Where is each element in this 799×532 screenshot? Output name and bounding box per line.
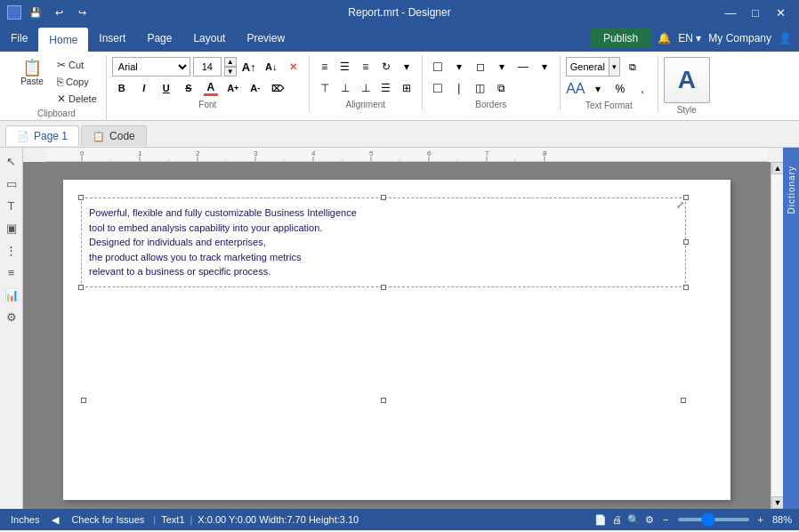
tab-code[interactable]: 📋 Code xyxy=(81,125,147,146)
handle-lower-bl[interactable] xyxy=(81,398,86,403)
language-selector[interactable]: EN ▾ xyxy=(678,32,701,44)
indent-button[interactable]: ☰ xyxy=(376,78,396,98)
canvas-container[interactable]: Powerful, flexible and fully customizabl… xyxy=(23,162,771,509)
italic-button[interactable]: I xyxy=(134,78,154,98)
menu-file[interactable]: File xyxy=(0,25,38,52)
right-panel[interactable]: Dictionary xyxy=(783,148,799,509)
tab-page1[interactable]: 📄 Page 1 xyxy=(5,125,79,146)
tool-image[interactable]: ▣ xyxy=(2,218,21,238)
font-size-input[interactable] xyxy=(193,57,222,77)
line-dropdown-button[interactable]: ▾ xyxy=(535,57,554,77)
handle-lower-bc[interactable] xyxy=(381,398,386,403)
handle-bl[interactable] xyxy=(78,285,84,290)
shadow-button[interactable]: ◫ xyxy=(471,78,490,98)
check-issues-button[interactable]: Check for Issues xyxy=(68,514,148,525)
cut-button[interactable]: ✂ Cut xyxy=(53,57,101,73)
strikethrough-button[interactable]: S xyxy=(179,78,198,98)
resize-icon[interactable]: ⤢ xyxy=(676,199,684,211)
border2-button[interactable]: □ xyxy=(428,78,448,98)
zoom-plus-button[interactable]: + xyxy=(755,514,767,525)
border-expand-button[interactable]: ⧉ xyxy=(492,78,512,98)
menu-page[interactable]: Page xyxy=(136,25,182,52)
tool-list[interactable]: ≡ xyxy=(2,262,21,282)
more-align-button[interactable]: ▾ xyxy=(397,57,416,77)
scroll-up-button[interactable]: ▲ xyxy=(771,162,783,174)
border-left-button[interactable]: | xyxy=(449,78,469,98)
zoom-minus-button[interactable]: − xyxy=(659,514,672,525)
scroll-track[interactable] xyxy=(771,174,783,496)
border-dropdown-button[interactable]: ▾ xyxy=(449,57,469,77)
fill-button[interactable]: ◻ xyxy=(471,57,490,77)
align-bottom-button[interactable]: ⊥ xyxy=(356,78,375,98)
format-general-button[interactable]: General xyxy=(566,57,609,77)
style-aa-button[interactable]: AA xyxy=(566,79,585,99)
menu-preview[interactable]: Preview xyxy=(236,25,295,52)
notification-icon[interactable]: 🔔 xyxy=(658,32,671,44)
border-button[interactable]: □ xyxy=(428,57,448,77)
tool-grid[interactable]: ⋮ xyxy=(2,240,21,260)
tool-settings[interactable]: ⚙ xyxy=(2,307,21,326)
textformat-comma-button[interactable]: , xyxy=(633,79,652,99)
tool-pointer[interactable]: ↖ xyxy=(2,151,21,171)
handle-lower-br[interactable] xyxy=(681,398,686,403)
save-button[interactable]: 💾 xyxy=(27,4,44,20)
close-button[interactable]: ✕ xyxy=(769,3,792,22)
handle-rc[interactable] xyxy=(683,239,689,245)
delete-button[interactable]: ✕ Delete xyxy=(53,91,101,107)
font-size-down-button[interactable]: ▼ xyxy=(224,67,237,77)
style-button[interactable]: A xyxy=(664,57,710,103)
text-box[interactable]: Powerful, flexible and fully customizabl… xyxy=(81,197,686,287)
align-right-button[interactable]: ≡ xyxy=(356,57,375,77)
underline-button[interactable]: U xyxy=(157,78,176,98)
font-color-button[interactable]: A xyxy=(201,78,221,98)
text-box-container[interactable]: Powerful, flexible and fully customizabl… xyxy=(81,197,686,287)
handle-tc[interactable] xyxy=(381,195,386,200)
tool-chart[interactable]: 📊 xyxy=(2,285,21,304)
clear-format2-button[interactable]: ⌦ xyxy=(268,78,287,98)
textformat-expand-button[interactable]: ⧉ xyxy=(623,57,642,77)
textformat-pct-button[interactable]: % xyxy=(610,79,630,99)
vertical-scrollbar[interactable]: ▲ ▼ xyxy=(771,162,783,509)
font-size-increase2-button[interactable]: A+ xyxy=(223,78,243,98)
canvas-scroll-area: Powerful, flexible and fully customizabl… xyxy=(23,162,783,509)
menu-insert[interactable]: Insert xyxy=(88,25,136,52)
grow-font-button[interactable]: A↑ xyxy=(239,57,259,77)
tool-rectangle[interactable]: ▭ xyxy=(2,173,21,193)
rotate-button[interactable]: ↻ xyxy=(376,57,396,77)
menu-layout[interactable]: Layout xyxy=(182,25,236,52)
align-middle-button[interactable]: ⊥ xyxy=(335,78,355,98)
fill-dropdown-button[interactable]: ▾ xyxy=(492,57,512,77)
inches-button[interactable]: Inches xyxy=(7,514,43,525)
format-dropdown-button[interactable]: ▾ xyxy=(609,57,620,77)
menu-home[interactable]: Home xyxy=(38,28,88,52)
clear-format-button[interactable]: ✕ xyxy=(284,57,303,77)
handle-br[interactable] xyxy=(683,285,689,290)
svg-text:8: 8 xyxy=(543,149,547,157)
textformat-more-button[interactable]: ▾ xyxy=(588,79,608,99)
tool-text[interactable]: T xyxy=(2,196,21,215)
align-top-button[interactable]: ⊤ xyxy=(315,78,335,98)
redo-button[interactable]: ↪ xyxy=(73,4,91,20)
shrink-font-button[interactable]: A↓ xyxy=(262,57,281,77)
maximize-button[interactable]: □ xyxy=(744,3,767,22)
scroll-down-button[interactable]: ▼ xyxy=(771,496,783,509)
publish-button[interactable]: Publish xyxy=(591,28,650,48)
copy-button[interactable]: ⎘ Copy xyxy=(53,74,101,90)
align-left-button[interactable]: ≡ xyxy=(315,57,335,77)
font-family-select[interactable]: Arial xyxy=(112,57,190,77)
user-avatar[interactable]: 👤 xyxy=(779,32,792,44)
handle-tl[interactable] xyxy=(78,195,84,200)
handle-bc[interactable] xyxy=(381,285,386,290)
borders-group: □ ▾ ◻ ▾ — ▾ □ | ◫ ⧉ Borders xyxy=(423,55,561,111)
undo-button[interactable]: ↩ xyxy=(50,4,68,20)
nav-prev-button[interactable]: ◀ xyxy=(48,514,62,526)
zoom-slider[interactable] xyxy=(678,518,749,521)
font-size-decrease2-button[interactable]: A- xyxy=(246,78,265,98)
minimize-button[interactable]: — xyxy=(719,3,742,22)
align-center-button[interactable]: ☰ xyxy=(335,57,355,77)
alignment-more-button[interactable]: ⊞ xyxy=(397,78,416,98)
paste-button[interactable]: 📋 Paste xyxy=(12,57,52,89)
bold-button[interactable]: B xyxy=(112,78,132,98)
line-button[interactable]: — xyxy=(513,57,533,77)
font-size-up-button[interactable]: ▲ xyxy=(224,57,237,67)
